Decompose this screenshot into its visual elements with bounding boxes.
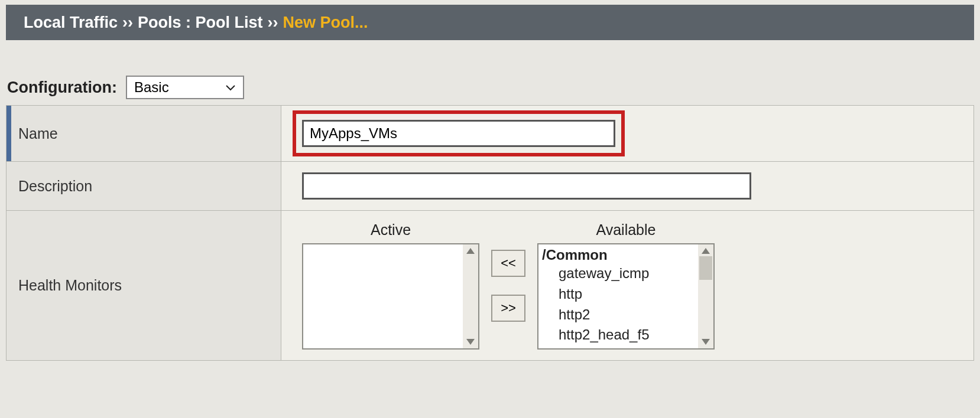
form-table: Name Description Health Monitors Active (6, 105, 974, 361)
available-option[interactable]: http2_head_f5 (542, 325, 710, 345)
scroll-up-icon (702, 248, 710, 254)
available-group: /Common (542, 247, 710, 263)
configuration-label: Configuration: (7, 79, 117, 97)
row-description: Description (7, 162, 973, 211)
chevron-down-icon (225, 81, 236, 94)
name-input[interactable] (302, 120, 615, 147)
breadcrumb-sep-2: ›› (268, 14, 278, 32)
configuration-select-value: Basic (134, 79, 225, 96)
breadcrumb-local-traffic[interactable]: Local Traffic (24, 14, 118, 32)
row-health-monitors: Health Monitors Active (7, 211, 973, 360)
scroll-down-icon (466, 339, 475, 345)
configuration-select[interactable]: Basic (126, 76, 244, 99)
breadcrumb-pools[interactable]: Pools : Pool List (138, 14, 263, 32)
available-column-label: Available (596, 221, 656, 239)
active-monitors-listbox[interactable] (302, 243, 479, 350)
scroll-up-icon (466, 248, 475, 254)
available-option[interactable]: http2 (542, 305, 710, 325)
description-label: Description (7, 162, 281, 210)
name-highlight-box (293, 110, 625, 156)
active-column-label: Active (371, 221, 411, 239)
breadcrumb: Local Traffic ›› Pools : Pool List ›› Ne… (6, 5, 974, 40)
scrollbar[interactable] (463, 244, 478, 348)
move-right-button[interactable]: >> (491, 295, 525, 322)
breadcrumb-current: New Pool... (283, 14, 368, 32)
breadcrumb-sep-1: ›› (122, 14, 133, 32)
row-name: Name (7, 106, 973, 162)
scroll-down-icon (702, 339, 710, 345)
name-label: Name (7, 106, 281, 161)
available-monitors-listbox[interactable]: /Common gateway_icmp http http2 http2_he… (537, 243, 715, 350)
health-monitors-label: Health Monitors (7, 211, 281, 360)
configuration-row: Configuration: Basic (6, 76, 974, 99)
scrollbar[interactable] (698, 244, 713, 348)
description-input[interactable] (302, 172, 751, 200)
available-option[interactable]: gateway_icmp (542, 263, 710, 284)
move-left-button[interactable]: << (491, 250, 525, 277)
scroll-thumb[interactable] (699, 256, 712, 280)
available-option[interactable]: http (542, 284, 710, 305)
